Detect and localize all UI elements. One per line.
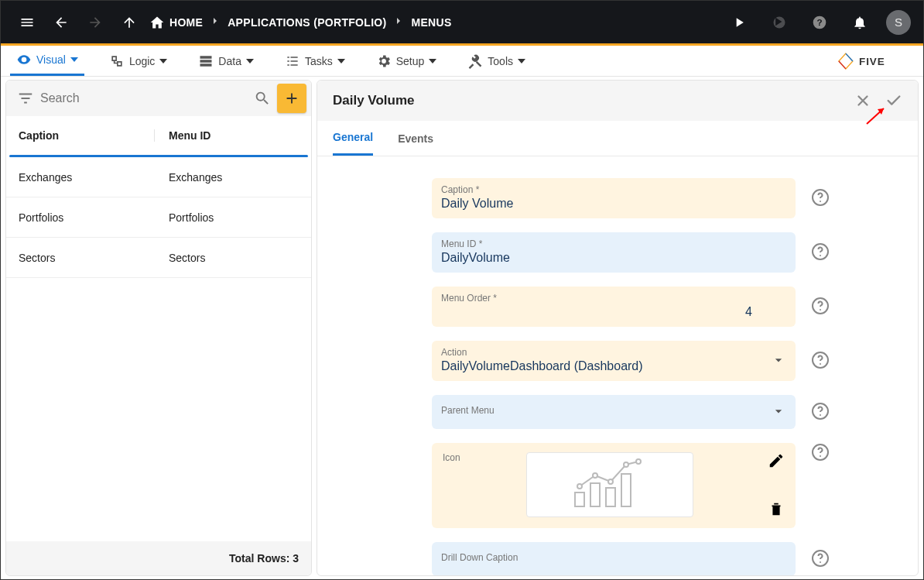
field-menuid[interactable]: Menu ID * DailyVolume (432, 232, 796, 273)
field-drilldown-caption[interactable]: Drill Down Caption (432, 542, 796, 575)
tab-logic-label: Logic (129, 55, 155, 67)
svg-rect-16 (575, 492, 584, 506)
forward-icon (81, 9, 109, 36)
help-icon[interactable] (811, 351, 830, 372)
subtabs: General Events (317, 121, 918, 156)
svg-point-26 (820, 455, 821, 457)
list-cell-menuid: Sectors (155, 252, 299, 264)
filter-icon[interactable] (17, 90, 34, 107)
search-input[interactable] (40, 91, 248, 105)
avatar[interactable]: S (886, 10, 911, 35)
help-icon[interactable]: ? (806, 9, 833, 36)
tab-logic[interactable]: Logic (103, 46, 173, 76)
help-icon[interactable] (811, 297, 830, 317)
tab-setup[interactable]: Setup (370, 46, 443, 76)
breadcrumb: HOME APPLICATIONS (PORTFOLIO) MENUS (149, 9, 452, 36)
field-caption-value: Daily Volume (441, 197, 786, 211)
help-icon[interactable] (811, 188, 830, 209)
tab-visual[interactable]: Visual (10, 46, 84, 76)
help-icon[interactable] (811, 549, 830, 570)
svg-point-23 (624, 462, 628, 467)
field-parent-menu[interactable]: Parent Menu (432, 395, 796, 429)
field-drilldown-label: Drill Down Caption (441, 552, 786, 563)
svg-text:?: ? (816, 17, 822, 27)
list-cell-menuid: Exchanges (155, 171, 299, 184)
subtab-general[interactable]: General (333, 121, 373, 156)
main-tabs: Visual Logic Data Tasks Setup Tools FIVE (1, 46, 923, 77)
breadcrumb-menus[interactable]: MENUS (411, 16, 451, 29)
search-row (6, 81, 311, 116)
totals-row: Total Rows: 3 (6, 541, 311, 575)
help-icon[interactable] (811, 242, 830, 263)
field-action[interactable]: Action DailyVolumeDashboard (Dashboard) (432, 341, 796, 381)
svg-point-15 (820, 414, 821, 416)
field-order-value: 4 (441, 305, 786, 319)
svg-point-9 (820, 255, 821, 256)
list-cell-caption: Exchanges (19, 171, 155, 184)
field-caption-label: Caption * (441, 184, 786, 195)
top-bar: HOME APPLICATIONS (PORTFOLIO) MENUS ? S (1, 1, 923, 43)
help-icon[interactable] (811, 443, 830, 464)
list-cell-caption: Sectors (19, 252, 155, 264)
tab-data[interactable]: Data (192, 46, 260, 76)
subtab-events[interactable]: Events (398, 121, 433, 156)
field-menuid-label: Menu ID * (441, 239, 786, 249)
tab-tools[interactable]: Tools (461, 46, 532, 76)
svg-point-7 (820, 201, 821, 202)
chevron-down-icon (771, 352, 786, 368)
chevron-right-icon (392, 15, 405, 29)
brand-logo: FIVE (838, 46, 914, 76)
menu-icon[interactable] (13, 9, 41, 36)
svg-text:FIVE: FIVE (859, 56, 885, 67)
list-row[interactable]: Sectors Sectors (6, 238, 311, 278)
chevron-right-icon (209, 15, 221, 29)
list-row[interactable]: Portfolios Portfolios (6, 197, 311, 238)
svg-rect-17 (590, 483, 600, 506)
chevron-down-icon (771, 403, 786, 419)
list-pane: Caption Menu ID Exchanges Exchanges Port… (5, 80, 312, 576)
check-icon[interactable] (885, 92, 902, 109)
svg-point-28 (820, 561, 821, 563)
bell-icon[interactable] (846, 9, 874, 36)
tab-tasks[interactable]: Tasks (279, 46, 351, 76)
back-icon[interactable] (47, 9, 75, 36)
add-button[interactable] (277, 84, 306, 113)
field-caption[interactable]: Caption * Daily Volume (432, 178, 796, 218)
delete-icon[interactable] (768, 500, 785, 517)
breadcrumb-home-label: HOME (169, 16, 203, 29)
svg-point-20 (577, 484, 582, 489)
field-menu-order[interactable]: Menu Order * 4 (432, 287, 796, 327)
list-row[interactable]: Exchanges Exchanges (6, 157, 311, 197)
field-parent-label: Parent Menu (441, 405, 771, 416)
svg-point-11 (820, 309, 821, 311)
form-scroll[interactable]: Caption * Daily Volume Menu ID * DailyVo… (317, 156, 918, 575)
edit-icon[interactable] (768, 452, 785, 469)
breadcrumb-home[interactable]: HOME (149, 9, 203, 36)
list-cell-caption: Portfolios (19, 211, 155, 224)
field-action-label: Action (441, 347, 771, 358)
totals-label: Total Rows: 3 (229, 552, 299, 565)
svg-rect-19 (621, 474, 631, 506)
field-order-label: Menu Order * (441, 293, 786, 304)
search-icon[interactable] (254, 90, 271, 107)
detail-pane: Daily Volume General Events Caption * Da… (317, 80, 919, 576)
list-header-menuid[interactable]: Menu ID (155, 129, 299, 142)
icon-preview (526, 452, 693, 517)
tab-setup-label: Setup (396, 55, 425, 67)
field-icon: Icon (432, 443, 796, 528)
up-icon[interactable] (115, 9, 143, 36)
close-icon[interactable] (854, 92, 871, 109)
detail-title: Daily Volume (333, 93, 415, 108)
field-icon-label: Icon (443, 452, 512, 463)
tab-data-label: Data (218, 55, 241, 67)
list-header-caption[interactable]: Caption (19, 129, 155, 142)
help-icon[interactable] (811, 402, 830, 423)
breadcrumb-applications[interactable]: APPLICATIONS (PORTFOLIO) (228, 16, 386, 29)
svg-point-24 (636, 459, 641, 464)
speech-icon[interactable] (765, 9, 793, 36)
field-action-value: DailyVolumeDashboard (Dashboard) (441, 359, 771, 373)
run-icon[interactable] (725, 9, 753, 36)
list-header: Caption Menu ID (6, 116, 311, 155)
svg-point-21 (593, 473, 597, 478)
svg-rect-18 (606, 488, 615, 506)
